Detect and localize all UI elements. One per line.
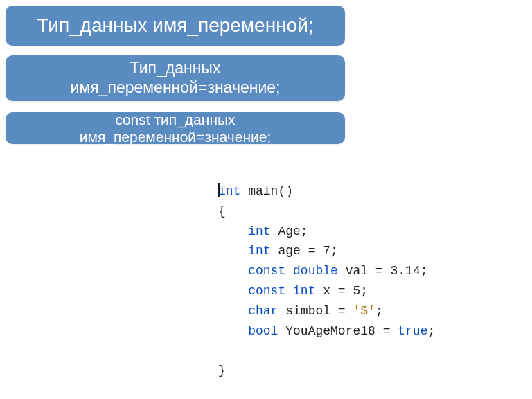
code-keyword: double xyxy=(285,264,338,278)
bubble-text-line1: Тип_данных xyxy=(130,59,221,78)
code-literal: '$' xyxy=(353,304,375,318)
syntax-bubble-const: const тип_данных имя_переменной=значение… xyxy=(6,112,345,144)
code-example: int main() { int Age; int age = 7; const… xyxy=(218,181,435,381)
code-text: Age; xyxy=(271,224,308,238)
bubble-text: const тип_данных имя_переменной=значение… xyxy=(19,111,331,145)
bubble-text: Тип_данных имя_переменной; xyxy=(37,14,313,37)
bubble-text-line2: имя_переменной=значение; xyxy=(71,78,281,98)
code-keyword: const xyxy=(248,284,285,298)
code-keyword: const xyxy=(248,264,285,278)
code-brace: { xyxy=(218,204,226,218)
code-keyword: bool xyxy=(248,324,278,338)
code-keyword: int xyxy=(248,244,270,258)
code-text: ; xyxy=(427,324,435,338)
syntax-bubble-declaration: Тип_данных имя_переменной; xyxy=(6,6,345,46)
code-literal: true xyxy=(398,324,427,338)
code-text: YouAgeMore18 = xyxy=(278,324,398,338)
code-keyword: int xyxy=(218,184,240,198)
code-text: ; xyxy=(375,304,383,318)
code-text: simbol = xyxy=(278,304,353,318)
code-keyword: int xyxy=(248,224,270,238)
code-keyword: char xyxy=(248,304,278,318)
code-text: val = 3.14; xyxy=(338,264,428,278)
syntax-bubble-initialization: Тип_данных имя_переменной=значение; xyxy=(6,55,345,101)
code-text: x = 5; xyxy=(315,284,368,298)
code-text: age = 7; xyxy=(271,244,338,258)
code-text: main() xyxy=(240,184,293,198)
code-keyword: int xyxy=(285,284,315,298)
code-brace: } xyxy=(218,364,226,378)
